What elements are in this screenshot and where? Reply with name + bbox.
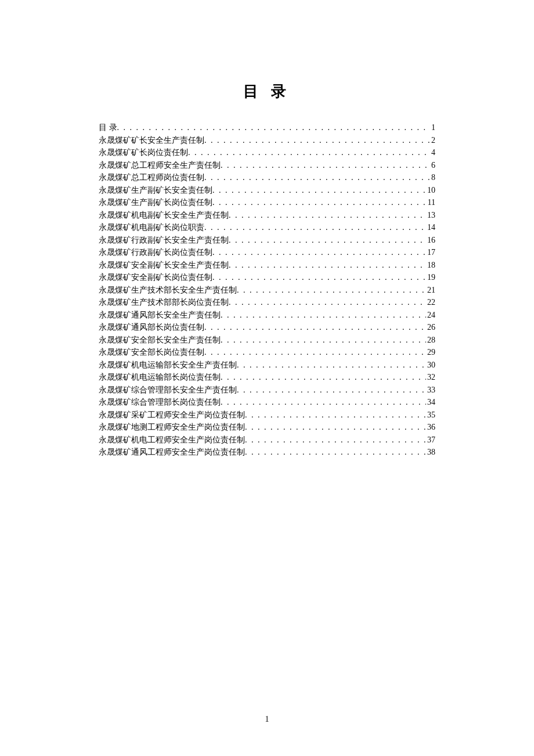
toc-row: 永晟煤矿安全副矿长岗位责任制19 <box>99 273 435 282</box>
toc-page-number: 21 <box>426 286 435 294</box>
toc-page-number: 33 <box>426 386 435 394</box>
toc-dots <box>212 199 427 207</box>
toc-page-number: 30 <box>426 361 435 369</box>
toc-row: 永晟煤矿矿长安全生产责任制2 <box>99 136 435 145</box>
toc-dots <box>188 149 430 157</box>
toc-row: 永晟煤矿总工程师岗位责任制8 <box>99 174 435 182</box>
toc-row: 永晟煤矿地测工程师安全生产岗位责任制36 <box>99 423 435 431</box>
toc-page-number: 36 <box>426 423 435 431</box>
toc-dots <box>204 136 430 145</box>
toc-label: 永晟煤矿矿长岗位责任制 <box>99 149 188 157</box>
toc-dots <box>229 211 426 219</box>
toc-dots <box>204 323 426 332</box>
toc-page-number: 18 <box>426 261 435 269</box>
toc-row: 永晟煤矿机电运输部长岗位责任制32 <box>99 373 435 381</box>
toc-dots <box>229 236 426 244</box>
toc-page-number: 32 <box>426 373 435 381</box>
toc-dots <box>237 386 426 394</box>
toc-page-number: 11 <box>427 199 435 207</box>
toc-row: 永晟煤矿生产副矿长岗位责任制11 <box>99 199 435 207</box>
toc-row: 永晟煤矿采矿工程师安全生产岗位责任制35 <box>99 411 435 419</box>
toc-page-number: 14 <box>426 224 435 232</box>
toc-dots <box>212 273 426 282</box>
toc-page-number: 4 <box>430 149 435 157</box>
table-of-contents: 目 录1永晟煤矿矿长安全生产责任制2永晟煤矿矿长岗位责任制4永晟煤矿总工程师安全… <box>99 124 435 456</box>
toc-page-number: 2 <box>430 136 435 145</box>
toc-label: 永晟煤矿通风工程师安全生产岗位责任制 <box>99 448 245 456</box>
toc-row: 永晟煤矿安全部长安全生产责任制28 <box>99 336 435 344</box>
toc-row: 永晟煤矿安全副矿长安全生产责任制18 <box>99 261 435 269</box>
toc-dots <box>229 298 426 307</box>
toc-dots <box>245 423 426 431</box>
toc-page-number: 8 <box>430 174 435 182</box>
toc-page-number: 28 <box>426 336 435 344</box>
toc-label: 永晟煤矿总工程师安全生产责任制 <box>99 161 221 170</box>
toc-dots <box>221 373 426 381</box>
toc-label: 永晟煤矿生产技术部部长岗位责任制 <box>99 298 229 307</box>
toc-row: 永晟煤矿生产技术部部长岗位责任制22 <box>99 298 435 307</box>
toc-label: 目 录 <box>99 124 117 132</box>
toc-dots <box>221 398 426 406</box>
toc-dots <box>212 186 426 195</box>
toc-page-number: 6 <box>430 161 435 170</box>
toc-page-number: 16 <box>426 236 435 244</box>
toc-label: 永晟煤矿生产副矿长岗位责任制 <box>99 199 212 207</box>
toc-dots <box>245 436 426 444</box>
toc-row: 永晟煤矿总工程师安全生产责任制6 <box>99 161 435 170</box>
toc-label: 永晟煤矿生产技术部长安全生产责任制 <box>99 286 237 294</box>
toc-dots <box>204 348 426 357</box>
toc-dots <box>221 311 426 319</box>
toc-dots <box>245 448 426 456</box>
toc-label: 永晟煤矿地测工程师安全生产岗位责任制 <box>99 423 245 431</box>
toc-label: 永晟煤矿机电副矿长岗位职责 <box>99 224 204 232</box>
toc-dots <box>212 249 426 257</box>
toc-page-number: 29 <box>426 348 435 357</box>
toc-label: 永晟煤矿机电工程师安全生产岗位责任制 <box>99 436 245 444</box>
page-number: 1 <box>0 715 534 724</box>
toc-row: 永晟煤矿机电运输部长安全生产责任制30 <box>99 361 435 369</box>
toc-label: 永晟煤矿矿长安全生产责任制 <box>99 136 204 145</box>
toc-label: 永晟煤矿总工程师岗位责任制 <box>99 174 204 182</box>
toc-row: 永晟煤矿通风部长岗位责任制26 <box>99 323 435 332</box>
toc-row: 永晟煤矿机电工程师安全生产岗位责任制37 <box>99 436 435 444</box>
toc-page-number: 17 <box>426 249 435 257</box>
toc-dots <box>237 361 426 369</box>
toc-row: 永晟煤矿机电副矿长安全生产责任制13 <box>99 211 435 219</box>
toc-page-number: 26 <box>426 323 435 332</box>
toc-row: 永晟煤矿生产技术部长安全生产责任制21 <box>99 286 435 294</box>
toc-label: 永晟煤矿机电运输部长安全生产责任制 <box>99 361 237 369</box>
toc-dots <box>221 161 430 170</box>
toc-row: 永晟煤矿通风工程师安全生产岗位责任制38 <box>99 448 435 456</box>
toc-label: 永晟煤矿通风部长安全生产责任制 <box>99 311 221 319</box>
toc-page-number: 1 <box>430 124 435 132</box>
toc-page-number: 13 <box>426 211 435 219</box>
toc-label: 永晟煤矿综合管理部长安全生产责任制 <box>99 386 237 394</box>
toc-page-number: 10 <box>426 186 435 195</box>
toc-page-number: 38 <box>426 448 435 456</box>
toc-page-number: 34 <box>426 398 435 406</box>
toc-dots <box>117 124 431 132</box>
toc-label: 永晟煤矿生产副矿长安全责任制 <box>99 186 212 195</box>
toc-row: 永晟煤矿行政副矿长岗位责任制17 <box>99 249 435 257</box>
toc-page-number: 37 <box>426 436 435 444</box>
toc-dots <box>204 224 426 232</box>
toc-row: 永晟煤矿通风部长安全生产责任制24 <box>99 311 435 319</box>
toc-row: 永晟煤矿安全部长岗位责任制29 <box>99 348 435 357</box>
toc-row: 永晟煤矿行政副矿长安全生产责任制16 <box>99 236 435 244</box>
document-page: 目 录 目 录1永晟煤矿矿长安全生产责任制2永晟煤矿矿长岗位责任制4永晟煤矿总工… <box>0 0 534 456</box>
toc-label: 永晟煤矿机电运输部长岗位责任制 <box>99 373 221 381</box>
toc-page-number: 22 <box>426 298 435 307</box>
toc-page-number: 24 <box>426 311 435 319</box>
toc-label: 永晟煤矿安全副矿长安全生产责任制 <box>99 261 229 269</box>
toc-dots <box>245 411 426 419</box>
toc-row: 永晟煤矿综合管理部长岗位责任制34 <box>99 398 435 406</box>
toc-label: 永晟煤矿安全副矿长岗位责任制 <box>99 273 212 282</box>
toc-row: 永晟煤矿生产副矿长安全责任制10 <box>99 186 435 195</box>
toc-dots <box>237 286 426 294</box>
toc-dots <box>204 174 430 182</box>
toc-dots <box>229 261 426 269</box>
toc-label: 永晟煤矿行政副矿长安全生产责任制 <box>99 236 229 244</box>
toc-label: 永晟煤矿通风部长岗位责任制 <box>99 323 204 332</box>
toc-page-number: 19 <box>426 273 435 282</box>
toc-page-number: 35 <box>426 411 435 419</box>
